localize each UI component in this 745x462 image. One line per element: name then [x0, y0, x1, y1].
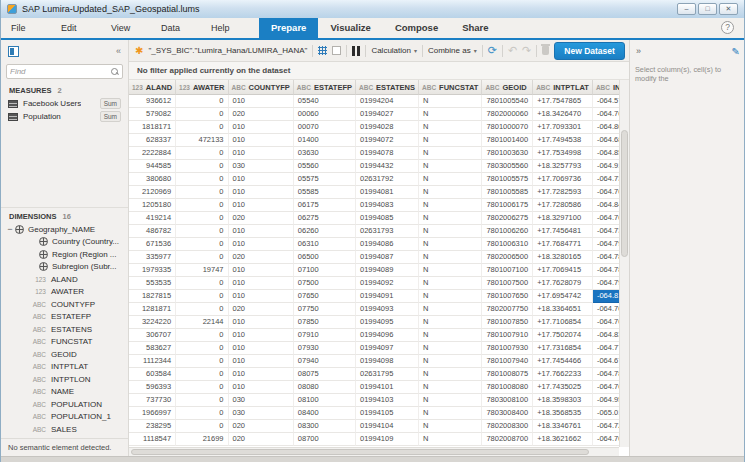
table-cell[interactable]: N — [419, 121, 482, 134]
table-cell[interactable]: 01994101 — [356, 381, 419, 394]
table-cell[interactable]: 06260 — [294, 225, 356, 238]
table-cell[interactable]: -064.9188340 — [593, 160, 619, 173]
table-cell[interactable]: N — [419, 316, 482, 329]
menu-help[interactable]: Help — [211, 23, 261, 33]
dimension-item[interactable]: ABCNAME — [1, 386, 128, 399]
dimension-item[interactable]: ABCSALES — [1, 423, 128, 436]
table-cell[interactable]: -064.7779206 — [593, 342, 619, 355]
table-cell[interactable]: +17.6954742 — [533, 290, 593, 303]
column-header-awater[interactable]: 123AWATER — [176, 80, 228, 95]
column-header-intptlat[interactable]: ABCINTPTLAT — [533, 80, 593, 95]
table-cell[interactable]: 01994086 — [356, 238, 419, 251]
table-cell[interactable]: -064.6785017 — [593, 355, 619, 368]
table-cell[interactable]: 7803008100 — [482, 394, 533, 407]
table-cell[interactable]: 08300 — [294, 420, 356, 433]
table-cell[interactable]: +17.7662233 — [533, 368, 593, 381]
table-cell[interactable]: 936612 — [129, 95, 176, 108]
table-cell[interactable]: 07930 — [294, 342, 356, 355]
table-cell[interactable]: 7801007500 — [482, 277, 533, 290]
table-cell[interactable]: 010 — [229, 173, 294, 186]
table-cell[interactable]: 0 — [176, 199, 228, 212]
table-cell[interactable]: 2120969 — [129, 186, 176, 199]
table-cell[interactable]: -064.8358939 — [593, 329, 619, 342]
close-button[interactable]: ✕ — [719, 3, 738, 15]
table-cell[interactable]: N — [419, 147, 482, 160]
table-cell[interactable]: 07500 — [294, 277, 356, 290]
table-cell[interactable]: N — [419, 303, 482, 316]
table-cell[interactable]: 020 — [229, 108, 294, 121]
table-cell[interactable]: 7801007930 — [482, 342, 533, 355]
dimension-item[interactable]: 123AWATER — [1, 286, 128, 299]
vertical-scrollbar[interactable] — [619, 80, 629, 447]
table-cell[interactable]: -064.8065635 — [593, 121, 619, 134]
table-cell[interactable]: 07750 — [294, 303, 356, 316]
table-cell[interactable]: 01994096 — [356, 329, 419, 342]
table-cell[interactable]: -064.7842023 — [593, 264, 619, 277]
table-cell[interactable]: +17.7093301 — [533, 121, 593, 134]
table-cell[interactable]: 1205180 — [129, 199, 176, 212]
tab-prepare[interactable]: Prepare — [259, 18, 318, 38]
table-cell[interactable]: 7801008080 — [482, 381, 533, 394]
table-cell[interactable]: 010 — [229, 147, 294, 160]
table-cell[interactable]: 0 — [176, 160, 228, 173]
help-icon[interactable]: ? — [721, 21, 734, 34]
minimize-button[interactable]: – — [677, 3, 696, 15]
table-cell[interactable]: 01994097 — [356, 342, 419, 355]
new-dataset-button[interactable]: New Dataset — [554, 42, 625, 60]
table-cell[interactable]: -064.8493772 — [593, 199, 619, 212]
dimension-item[interactable]: ABCPOPULATION_1 — [1, 411, 128, 424]
table-cell[interactable]: 0 — [176, 277, 228, 290]
horizontal-scrollbar-thumb[interactable] — [131, 449, 589, 455]
table-cell[interactable]: 472133 — [176, 134, 228, 147]
table-cell[interactable]: 335977 — [129, 251, 176, 264]
table-cell[interactable]: 486782 — [129, 225, 176, 238]
table-cell[interactable]: 01994091 — [356, 290, 419, 303]
table-cell[interactable]: 07850 — [294, 316, 356, 329]
table-cell[interactable]: -064.7697625 — [593, 212, 619, 225]
table-cell[interactable]: +18.3364651 — [533, 303, 593, 316]
table-cell[interactable]: 7802008300 — [482, 420, 533, 433]
find-input[interactable] — [10, 67, 111, 76]
dimension-item[interactable]: 123ALAND — [1, 273, 128, 286]
table-cell[interactable]: 0 — [176, 251, 228, 264]
dimension-hierarchy-child[interactable]: Country (Country... — [1, 236, 128, 249]
table-cell[interactable]: N — [419, 160, 482, 173]
table-cell[interactable]: 628337 — [129, 134, 176, 147]
table-cell[interactable]: 0 — [176, 342, 228, 355]
table-cell[interactable]: 01994085 — [356, 212, 419, 225]
table-cell[interactable]: -064.7693993 — [593, 381, 619, 394]
table-cell[interactable]: -064.7241574 — [593, 420, 619, 433]
table-cell[interactable]: 010 — [229, 199, 294, 212]
table-cell[interactable]: N — [419, 212, 482, 225]
table-cell[interactable]: 2222884 — [129, 147, 176, 160]
table-cell[interactable]: +17.7106854 — [533, 316, 593, 329]
table-cell[interactable]: 21699 — [176, 433, 228, 446]
table-cell[interactable]: 010 — [229, 121, 294, 134]
table-cell[interactable]: 00070 — [294, 121, 356, 134]
table-cell[interactable]: 08100 — [294, 394, 356, 407]
table-cell[interactable]: 010 — [229, 134, 294, 147]
table-cell[interactable]: N — [419, 342, 482, 355]
table-cell[interactable]: 08400 — [294, 407, 356, 420]
table-cell[interactable]: 010 — [229, 277, 294, 290]
table-cell[interactable]: 020 — [229, 251, 294, 264]
table-cell[interactable]: 010 — [229, 186, 294, 199]
table-cell[interactable]: 08080 — [294, 381, 356, 394]
maximize-button[interactable]: □ — [698, 3, 717, 15]
menu-view[interactable]: View — [111, 23, 161, 33]
table-cell[interactable]: -064.7634693 — [593, 303, 619, 316]
table-cell[interactable]: 7801001400 — [482, 134, 533, 147]
table-cell[interactable]: 05540 — [294, 95, 356, 108]
table-cell[interactable]: 010 — [229, 381, 294, 394]
table-cell[interactable]: +17.7316854 — [533, 342, 593, 355]
table-cell[interactable]: 01994072 — [356, 134, 419, 147]
table-cell[interactable]: 7801007910 — [482, 329, 533, 342]
table-cell[interactable]: 1966997 — [129, 407, 176, 420]
table-cell[interactable]: 01994103 — [356, 394, 419, 407]
table-cell[interactable]: 7801000070 — [482, 121, 533, 134]
table-cell[interactable]: 0 — [176, 121, 228, 134]
combine-as-dropdown[interactable]: Combine as ▾ — [428, 46, 477, 55]
table-cell[interactable]: 1979335 — [129, 264, 176, 277]
table-cell[interactable]: 010 — [229, 95, 294, 108]
dimension-item[interactable]: ABCESTATEFP — [1, 311, 128, 324]
